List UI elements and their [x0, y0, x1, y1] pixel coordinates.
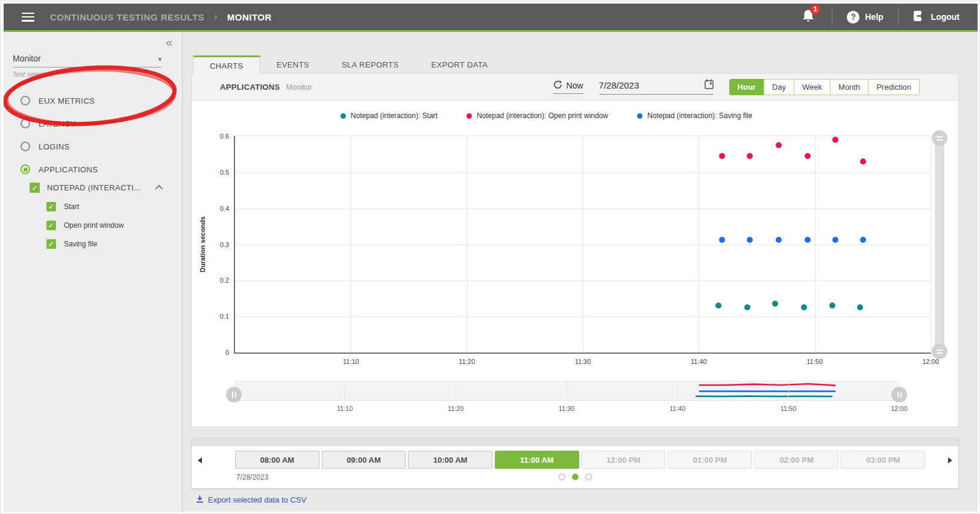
y-axis-tick-label: 0.5 — [211, 169, 229, 176]
legend-item-notepad-interaction-start[interactable]: Notepad (interaction): Start — [341, 111, 438, 120]
navigator-tick-label: 11:20 — [448, 405, 464, 412]
page-dot-1[interactable] — [559, 474, 565, 480]
test-selection-hint: Test selection — [13, 71, 53, 78]
radio-icon[interactable] — [20, 142, 30, 151]
notifications-button[interactable]: 1 — [802, 8, 815, 26]
range-button-month[interactable]: Month — [830, 79, 868, 95]
page-dot-2[interactable] — [572, 474, 579, 480]
tree-child-label: Open print window — [64, 221, 124, 230]
tab-events[interactable]: EVENTS — [260, 55, 325, 74]
now-refresh-button[interactable]: Now — [553, 80, 583, 94]
caret-down-icon: ▾ — [158, 55, 162, 63]
checkbox-checked-icon[interactable] — [46, 221, 56, 230]
tab-export-data[interactable]: EXPORT DATA — [415, 55, 504, 74]
navigator-handle-right[interactable] — [891, 387, 907, 403]
hour-button-08-00-am[interactable]: 08:00 AM — [235, 451, 319, 469]
tree-item-saving-file[interactable]: Saving file — [46, 239, 168, 249]
hour-button-12-00-pm[interactable]: 12:00 PM — [582, 451, 666, 469]
date-value: 7/28/2023 — [599, 80, 705, 90]
x-axis-tick-label: 11:50 — [806, 358, 823, 365]
page-indicator — [192, 474, 958, 480]
navigator-sparkline-notepad-interaction-start — [696, 396, 832, 396]
metric-label: LOGINS — [39, 142, 70, 151]
logout-icon — [913, 10, 926, 24]
range-button-hour[interactable]: Hour — [729, 79, 764, 95]
topbar-right: 1 ? Help Logout — [802, 4, 962, 30]
monitor-select-value: Monitor — [13, 54, 158, 63]
y-range-slider-track[interactable] — [935, 134, 944, 356]
y-range-slider-handle-top[interactable] — [932, 130, 947, 146]
range-button-week[interactable]: Week — [794, 79, 831, 95]
legend-label: Notepad (interaction): Saving file — [647, 111, 752, 120]
chart-body: Notepad (interaction): StartNotepad (int… — [192, 101, 958, 427]
next-hours-arrow[interactable] — [948, 457, 952, 463]
sidebar-collapse-icon[interactable]: « — [166, 36, 172, 49]
tree-children: StartOpen print windowSaving file — [46, 202, 168, 249]
help-button[interactable]: ? Help — [832, 11, 897, 24]
tab-charts[interactable]: CHARTS — [193, 55, 260, 75]
data-point-notepad-interaction-open-print-window — [719, 153, 725, 159]
tab-sla-reports[interactable]: SLA REPORTS — [325, 55, 415, 74]
sidebar-item-latency[interactable]: LATENCY — [20, 119, 98, 128]
checkbox-checked-icon[interactable] — [30, 183, 40, 193]
sidebar: « Monitor ▾ Test selection EUX METRICSLA… — [4, 32, 183, 512]
radio-icon[interactable] — [20, 96, 30, 105]
previous-hours-arrow[interactable] — [198, 457, 202, 463]
scatter-plot-area: Duration seconds 00.10.20.30.40.50.611:1… — [234, 136, 931, 354]
radio-icon[interactable] — [20, 165, 30, 174]
notification-badge: 1 — [810, 4, 820, 14]
page-dot-3[interactable] — [585, 474, 592, 480]
chart-legend: Notepad (interaction): StartNotepad (int… — [198, 111, 895, 120]
y-axis-tick-label: 0 — [211, 349, 229, 356]
legend-item-notepad-interaction-saving-file[interactable]: Notepad (interaction): Saving file — [637, 111, 752, 120]
checkbox-checked-icon[interactable] — [46, 239, 56, 249]
refresh-icon — [553, 80, 562, 91]
navigator-sparkline-notepad-interaction-open-print-window — [700, 384, 835, 386]
hour-button-01-00-pm[interactable]: 01:00 PM — [668, 451, 752, 469]
hour-button-02-00-pm[interactable]: 02:00 PM — [755, 451, 839, 469]
bell-icon — [802, 15, 815, 25]
hour-button-11-00-am[interactable]: 11:00 AM — [495, 451, 579, 469]
sidebar-item-eux-metrics[interactable]: EUX METRICS — [20, 96, 98, 105]
legend-item-notepad-interaction-open-print-window[interactable]: Notepad (interaction): Open print window — [466, 111, 608, 120]
navigator-tick-label: 11:40 — [670, 405, 686, 412]
help-icon: ? — [847, 11, 859, 24]
data-point-notepad-interaction-saving-file — [832, 237, 838, 243]
range-button-day[interactable]: Day — [764, 79, 794, 95]
legend-label: Notepad (interaction): Open print window — [477, 111, 608, 120]
y-range-slider — [935, 134, 944, 356]
breadcrumb-separator-icon: › — [214, 11, 218, 23]
date-input[interactable]: 7/28/2023 — [599, 79, 714, 95]
navigator-tick — [567, 381, 567, 400]
navigator-tick-label: 11:50 — [781, 405, 797, 412]
calendar-icon[interactable] — [705, 79, 714, 92]
time-range-navigator[interactable]: 11:1011:2011:3011:4011:5012:00 — [234, 381, 899, 401]
hour-scrollbar[interactable] — [192, 439, 958, 446]
y-range-slider-handle-bottom[interactable] — [932, 343, 947, 359]
tree-item-open-print-window[interactable]: Open print window — [46, 221, 168, 230]
range-button-prediction[interactable]: Prediction — [868, 79, 920, 95]
sidebar-item-applications[interactable]: APPLICATIONS — [20, 165, 98, 174]
logout-button[interactable]: Logout — [899, 10, 962, 24]
hour-button-03-00-pm[interactable]: 03:00 PM — [841, 451, 925, 469]
radio-icon[interactable] — [20, 119, 30, 128]
data-point-notepad-interaction-start — [772, 301, 778, 307]
hour-selector-bar: 08:00 AM09:00 AM10:00 AM11:00 AM12:00 PM… — [191, 438, 959, 489]
chevron-up-icon[interactable] — [155, 185, 163, 193]
tree-item-start[interactable]: Start — [46, 202, 168, 212]
breadcrumb-root[interactable]: CONTINUOUS TESTING RESULTS — [50, 12, 204, 22]
navigator-handle-left[interactable] — [226, 387, 242, 403]
sidebar-item-logins[interactable]: LOGINS — [20, 142, 98, 151]
hour-button-10-00-am[interactable]: 10:00 AM — [408, 451, 492, 469]
y-axis-tick-label: 0.3 — [211, 241, 229, 248]
checkbox-checked-icon[interactable] — [46, 202, 56, 212]
hamburger-menu-icon[interactable] — [22, 13, 34, 22]
chart-card: APPLICATIONS Monitor Now 7/28/2023 — [191, 73, 959, 427]
tree-item-notepad-interaction[interactable]: NOTEPAD (INTERACTI... — [30, 183, 168, 193]
top-bar: CONTINUOUS TESTING RESULTS › MONITOR 1 ?… — [4, 4, 978, 32]
monitor-select[interactable]: Monitor ▾ — [13, 54, 162, 67]
hour-button-09-00-am[interactable]: 09:00 AM — [322, 451, 406, 469]
data-point-notepad-interaction-open-print-window — [832, 137, 838, 143]
data-point-notepad-interaction-open-print-window — [747, 153, 753, 159]
export-csv-link[interactable]: Export selected data to CSV — [196, 495, 306, 505]
